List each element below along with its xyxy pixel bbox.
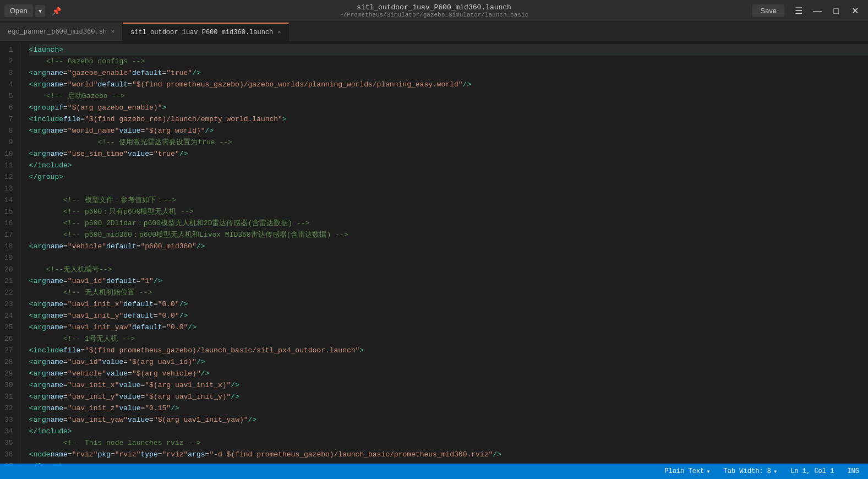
line-number: 7 (4, 113, 13, 125)
line-number: 30 (4, 379, 13, 391)
titlebar: Open ▾ 📌 sitl_outdoor_1uav_P600_mid360.l… (0, 0, 868, 22)
tab-close-icon[interactable]: ✕ (111, 29, 114, 35)
tab-width-label: Tab Width: 8 (724, 467, 771, 475)
line-number: 35 (4, 437, 13, 449)
ins-label: INS (847, 467, 859, 475)
code-line: <arg name="world" default="$(find promet… (29, 79, 868, 90)
code-line: <arg name="uav1_init_yaw" default="0.0"/… (29, 322, 868, 333)
plain-text-label: Plain Text (664, 467, 704, 475)
code-line: <arg name="vehicle" value="$(arg vehicle… (29, 368, 868, 379)
code-line (29, 183, 868, 194)
tab-sitl-outdoor[interactable]: sitl_outdoor_1uav_P600_mid360.launch ✕ (123, 23, 289, 41)
code-line: <arg name="vehicle" default="p600_mid360… (29, 241, 868, 252)
tab-close-icon[interactable]: ✕ (277, 30, 281, 35)
line-number: 34 (4, 426, 13, 437)
titlebar-center: sitl_outdoor_1uav_P600_mid360.launch ~/P… (340, 3, 528, 18)
line-number: 27 (4, 345, 13, 356)
line-number: 31 (4, 391, 13, 402)
code-line: <!-- p600：只有p600模型无人机 --> (29, 206, 868, 217)
minimize-button[interactable]: — (809, 3, 826, 19)
line-number: 21 (4, 275, 13, 287)
line-number: 32 (4, 402, 13, 414)
line-number: 24 (4, 310, 13, 322)
line-number: 14 (4, 194, 13, 206)
tab-bar: ego_panner_p600_mid360.sh ✕ sitl_outdoor… (0, 22, 868, 42)
line-number: 3 (4, 67, 13, 79)
plain-text-chevron: ▾ (706, 467, 710, 476)
line-number: 5 (4, 90, 13, 102)
code-line: <arg name="uav_init_x" value="$(arg uav1… (29, 379, 868, 391)
tab-width-chevron: ▾ (773, 467, 777, 476)
tab-label: sitl_outdoor_1uav_P600_mid360.launch (130, 29, 273, 36)
ins-status[interactable]: INS (847, 467, 859, 475)
line-numbers: 1234567891011121314151617181920212223242… (0, 42, 20, 464)
code-content[interactable]: <launch> <!-- Gazebo configs --> <arg na… (20, 42, 868, 464)
code-line: <!-- p600_2Dlidar：p600模型无人机和2D雷达传感器(含雷达数… (29, 217, 868, 229)
line-number: 2 (4, 56, 13, 67)
line-number: 18 (4, 241, 13, 252)
close-button[interactable]: ✕ (846, 3, 864, 19)
code-line: <arg name="uav_id" value="$(arg uav1_id)… (29, 356, 868, 368)
open-dropdown[interactable]: ▾ (35, 5, 45, 17)
code-line: <arg name="uav_init_z" value="0.15"/> (29, 402, 868, 414)
line-number: 6 (4, 102, 13, 113)
line-number: 12 (4, 171, 13, 183)
line-number: 17 (4, 229, 13, 241)
plain-text-status[interactable]: Plain Text ▾ (664, 467, 710, 476)
code-line: <arg name="uav1_init_x" default="0.0"/> (29, 298, 868, 310)
line-number: 10 (4, 148, 13, 160)
code-line: <arg name="world_name" value="$(arg worl… (29, 125, 868, 137)
line-number: 33 (4, 414, 13, 426)
status-bar: Plain Text ▾ Tab Width: 8 ▾ Ln 1, Col 1 … (0, 464, 868, 479)
code-line: </launch> (29, 460, 868, 464)
code-line: <!-- This node launches rviz --> (29, 437, 868, 449)
code-line: <include file="$(find gazebo_ros)/launch… (29, 113, 868, 125)
position-label: Ln 1, Col 1 (790, 467, 834, 475)
code-line: <arg name="uav1_init_y" default="0.0"/> (29, 310, 868, 322)
tab-label: ego_panner_p600_mid360.sh (8, 28, 107, 36)
tab-width-status[interactable]: Tab Width: 8 ▾ (724, 467, 778, 476)
position-status[interactable]: Ln 1, Col 1 (790, 467, 834, 475)
line-number: 15 (4, 206, 13, 217)
code-line: <!-- 使用激光雷达需要设置为true --> (29, 137, 868, 148)
code-line: <arg name="uav_init_yaw" value="$(arg ua… (29, 414, 868, 426)
code-line: </group> (29, 171, 868, 183)
save-button[interactable]: Save (752, 4, 784, 17)
line-number: 28 (4, 356, 13, 368)
code-line: <!-- Gazebo configs --> (29, 56, 868, 67)
line-number: 20 (4, 264, 13, 275)
pin-icon[interactable]: 📌 (47, 4, 65, 18)
code-line: <!-- 启动Gazebo --> (29, 90, 868, 102)
code-line (29, 252, 868, 264)
line-number: 29 (4, 368, 13, 379)
code-line: <include file="$(find prometheus_gazebo)… (29, 345, 868, 356)
code-line: </include> (29, 426, 868, 437)
code-line: <!-- 1号无人机 --> (29, 333, 868, 345)
line-number: 37 (4, 460, 13, 464)
tab-ego-panner[interactable]: ego_panner_p600_mid360.sh ✕ (0, 23, 123, 41)
code-line: </include> (29, 160, 868, 171)
code-line: <!--无人机编号--> (29, 264, 868, 275)
code-line: <!-- p600_mid360：p600模型无人机和Livox MID360雷… (29, 229, 868, 241)
line-number: 13 (4, 183, 13, 194)
open-label: Open (10, 7, 28, 15)
open-button[interactable]: Open (4, 4, 33, 17)
line-number: 22 (4, 287, 13, 298)
code-line: <!-- 无人机初始位置 --> (29, 287, 868, 298)
menu-icon[interactable]: ☰ (790, 3, 807, 19)
line-number: 19 (4, 252, 13, 264)
code-line: <arg name="uav1_id" default="1"/> (29, 275, 868, 287)
code-line: <group if="$(arg gazebo_enable)"> (29, 102, 868, 113)
code-line: <launch> (29, 44, 868, 56)
titlebar-left: Open ▾ 📌 (4, 4, 65, 18)
line-number: 9 (4, 137, 13, 148)
line-number: 1 (4, 44, 13, 56)
maximize-button[interactable]: □ (827, 3, 845, 19)
code-line: <arg name="gazebo_enable" default="true"… (29, 67, 868, 79)
line-number: 4 (4, 79, 13, 90)
line-number: 36 (4, 449, 13, 460)
titlebar-right: Save ☰ — □ ✕ (752, 3, 864, 19)
window-title: sitl_outdoor_1uav_P600_mid360.launch (340, 3, 528, 12)
line-number: 11 (4, 160, 13, 171)
line-number: 25 (4, 322, 13, 333)
